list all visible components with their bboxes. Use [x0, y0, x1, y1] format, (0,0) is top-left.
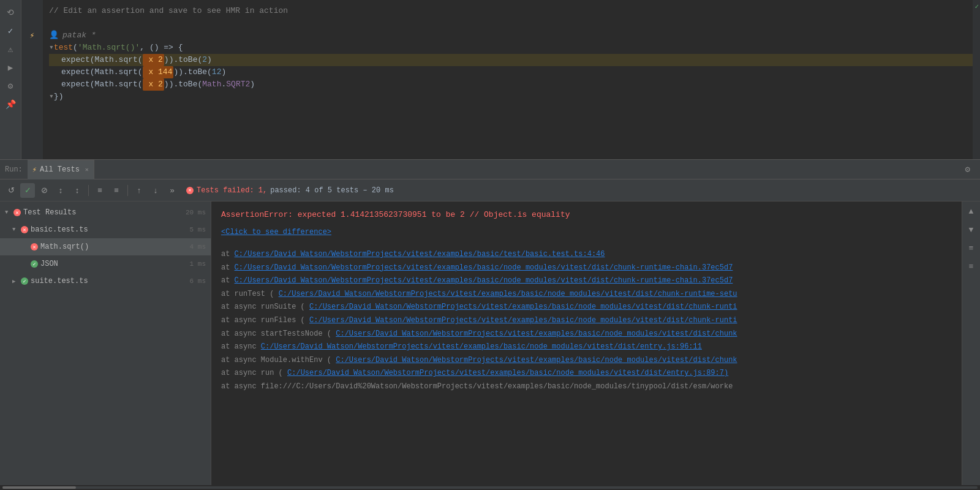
stack-frame-8: at async Module.withEnv ( C:/Users/David… [221, 354, 952, 368]
error-icon-mathsqrt: ✕ [31, 243, 38, 251]
code-dot: . [221, 78, 226, 91]
scroll-down-button[interactable]: ↓ [148, 183, 163, 198]
fold-icon-2: ▾ [49, 91, 54, 103]
stack-link-0[interactable]: C:/Users/David Watson/WebstormProjects/v… [235, 250, 605, 258]
settings-icon[interactable]: ⚙ [960, 164, 975, 175]
stack-trace: at C:/Users/David Watson/WebstormProject… [221, 248, 952, 394]
expand-button[interactable]: ≡ [109, 183, 124, 198]
stack-link-6[interactable]: C:/Users/David Watson/WebstormProjects/v… [336, 330, 737, 338]
stack-frame-5: at async runFiles ( C:/Users/David Watso… [221, 314, 952, 328]
stack-link-2[interactable]: C:/Users/David Watson/WebstormProjects/v… [235, 276, 733, 285]
tree-time-results: 20 ms [186, 209, 206, 216]
sidebar-icon-warn[interactable]: ⚠ [3, 42, 18, 56]
stack-link-7[interactable]: C:/Users/David Watson/WebstormProjects/v… [261, 342, 702, 351]
tree-time-json: 1 ms [190, 260, 206, 268]
chevron-json [22, 261, 28, 267]
tree-item-results[interactable]: ▼ ✕ Test Results 20 ms [0, 204, 211, 221]
show-passed-button[interactable]: ✓ [20, 183, 35, 198]
stack-link-8[interactable]: C:/Users/David Watson/WebstormProjects/v… [336, 356, 737, 364]
stack-link-1[interactable]: C:/Users/David Watson/WebstormProjects/v… [235, 263, 733, 272]
chevron-suite: ▶ [12, 278, 18, 285]
stack-link-4[interactable]: C:/Users/David Watson/WebstormProjects/v… [309, 303, 737, 311]
code-paren-1: ( [73, 42, 78, 54]
status-bar: ✕ Tests failed: 1, passed: 4 of 5 tests … [186, 186, 394, 195]
bottom-panel: Run: ⚡ All Tests ✕ ⚙ ↺ ✓ ⊘ ↕ ↕ ≡ ≡ ↑ ↓ »… [0, 159, 980, 490]
stack-link-3[interactable]: C:/Users/David Watson/WebstormProjects/v… [279, 290, 737, 298]
tree-item-mathsqrt[interactable]: ✕ Math.sqrt() 4 ms [0, 238, 211, 255]
side-menu-icon-1[interactable]: ≡ [964, 241, 979, 255]
collapse-button[interactable]: ≡ [92, 183, 107, 198]
sort-button-2[interactable]: ↕ [70, 183, 85, 198]
right-side-panel: ▲ ▼ ≡ ≡ [962, 202, 980, 485]
bottom-panel-content: ▼ ✕ Test Results 20 ms ▼ ✕ basic.test.ts… [0, 202, 980, 485]
tree-item-basic[interactable]: ▼ ✕ basic.test.ts 5 ms [0, 221, 211, 238]
tab-label: All Tests [40, 165, 80, 174]
separator-1 [88, 185, 89, 196]
scroll-thumb[interactable] [2, 486, 76, 489]
sidebar-icon-check[interactable]: ✓ [3, 23, 18, 38]
code-line-author: 👤 patak * [49, 29, 973, 42]
sidebar-icon-gear[interactable]: ⚙ [3, 78, 18, 93]
chevron-basic: ▼ [12, 227, 18, 233]
tab-close-button[interactable]: ✕ [85, 166, 89, 173]
all-tests-tab[interactable]: ⚡ All Tests ✕ [28, 160, 94, 179]
sidebar-icon-refresh[interactable]: ⟲ [3, 5, 18, 20]
code-test-kw: test [54, 42, 73, 54]
code-line-expect1: expect(Math.sqrt( x 2 )).toBe( 2 ) [49, 54, 973, 66]
tree-label-basic: basic.test.ts [31, 225, 187, 234]
code-string: 'Math.sqrt()' [78, 42, 140, 54]
stack-at-10: at async file:///C:/Users/David%20Watson… [221, 382, 733, 391]
author-name: patak * [62, 29, 96, 42]
code-comment: // Edit an assertion and save to see HMR… [49, 5, 288, 17]
chevron-mathsqrt [22, 244, 28, 250]
scroll-up-button[interactable]: ↑ [132, 183, 146, 198]
editor-area: ⟲ ✓ ⚠ ▶ ⚙ 📌 ⚡ // Edit an assertion and s… [0, 0, 980, 159]
stack-frame-7: at async C:/Users/David Watson/WebstormP… [221, 341, 952, 354]
code-close-3: ) [250, 78, 255, 91]
code-close-1: ) [207, 54, 212, 66]
stack-link-5[interactable]: C:/Users/David Watson/WebstormProjects/v… [309, 316, 737, 325]
stack-link-9[interactable]: C:/Users/David Watson/WebstormProjects/v… [287, 369, 728, 377]
sort-button-1[interactable]: ↕ [53, 183, 68, 198]
stack-at-2: at [221, 276, 235, 285]
right-checkmark: ✓ [974, 2, 979, 10]
gutter-icon-error[interactable]: ⚡ [28, 29, 37, 42]
error-icon-results: ✕ [13, 209, 21, 216]
code-line-expect3: expect(Math.sqrt( x 2 )).toBe( Math . SQ… [49, 78, 973, 91]
stack-frame-3: at runTest ( C:/Users/David Watson/Webst… [221, 288, 952, 301]
rerun-button[interactable]: ↺ [4, 183, 18, 198]
code-close-2: ) [221, 66, 226, 78]
code-line-test: ▾ test ( 'Math.sqrt()' , () => { [49, 42, 973, 54]
horizontal-scrollbar[interactable] [0, 485, 980, 490]
toolbar: ↺ ✓ ⊘ ↕ ↕ ≡ ≡ ↑ ↓ » ✕ Tests failed: 1, p… [0, 179, 980, 202]
success-icon-suite: ✓ [21, 277, 28, 285]
tree-item-suite[interactable]: ▶ ✓ suite.test.ts 6 ms [0, 273, 211, 290]
code-num-2: 2 [202, 54, 207, 66]
gutter-line-5 [28, 54, 37, 66]
more-button[interactable]: » [165, 183, 179, 198]
click-diff-link[interactable]: <Click to see difference> [221, 227, 952, 238]
stack-frame-1: at C:/Users/David Watson/WebstormProject… [221, 262, 952, 275]
stack-at-8: at async Module.withEnv ( [221, 356, 331, 364]
side-scroll-up-icon[interactable]: ▲ [964, 204, 979, 219]
code-tobee2: )).toBe( [173, 66, 211, 78]
tree-item-json[interactable]: ✓ JSON 1 ms [0, 255, 211, 273]
separator-2 [127, 185, 128, 196]
scroll-track[interactable] [2, 486, 978, 489]
side-menu-icon-2[interactable]: ≡ [964, 259, 979, 274]
stack-at-6: at async startTestsNode ( [221, 330, 331, 338]
assertion-error-text: AssertionError: expected 1.4142135623730… [221, 209, 952, 222]
sidebar-icon-play[interactable]: ▶ [3, 60, 18, 75]
tree-label-results: Test Results [23, 208, 183, 217]
sidebar-icon-pin[interactable]: 📌 [3, 97, 18, 111]
stack-at-0: at [221, 250, 235, 258]
tree-time-suite: 6 ms [190, 277, 206, 285]
side-scroll-down-icon[interactable]: ▼ [964, 222, 979, 237]
code-error-x3: x 2 [143, 78, 164, 91]
gutter-line-1 [28, 5, 37, 17]
fold-icon-1: ▾ [49, 42, 54, 54]
code-close-bracket: }) [54, 91, 64, 103]
gutter-line-7 [28, 78, 37, 91]
code-num-12: 12 [212, 66, 222, 78]
show-skipped-button[interactable]: ⊘ [37, 183, 51, 198]
